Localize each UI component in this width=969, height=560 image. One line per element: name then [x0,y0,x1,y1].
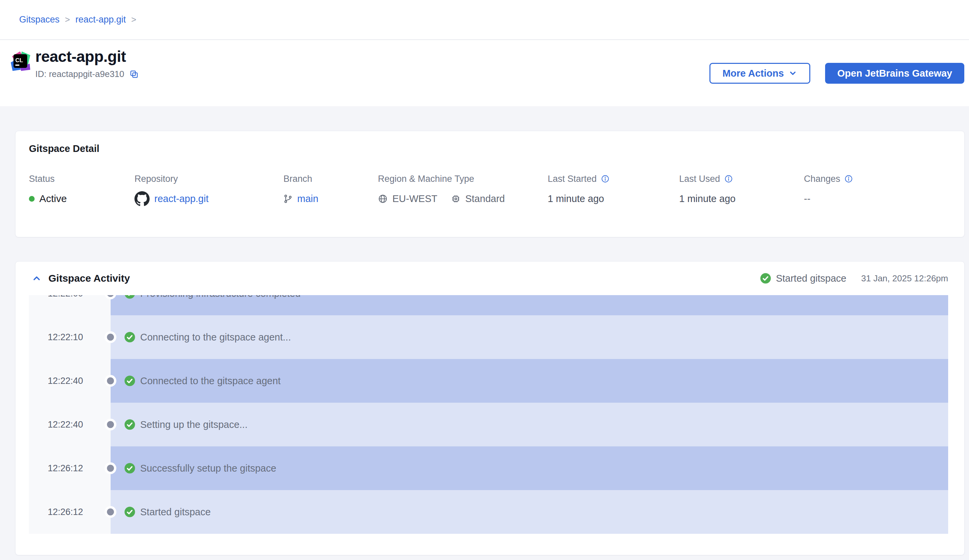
svg-text:CL: CL [15,57,23,63]
log-entry: Successfully setup the gitspace [111,446,948,490]
check-circle-icon [124,506,135,518]
open-jetbrains-gateway-button[interactable]: Open JetBrains Gateway [825,63,964,84]
changes-label: Changes [804,174,840,184]
detail-card-title: Gitspace Detail [29,143,951,154]
log-timestamp: 12:22:10 [29,315,111,359]
log-message: Successfully setup the gitspace [140,463,276,474]
gitspace-activity-card: Gitspace Activity Started gitspace 31 Ja… [15,261,965,555]
check-circle-icon [124,375,135,387]
activity-log-row: 12:26:12 Successfully setup the gitspace [29,446,948,490]
clion-logo-icon: CL [11,52,30,71]
globe-icon [378,194,388,204]
status-label: Status [29,174,55,184]
detail-col-changes: Changes -- [804,173,951,207]
gitspace-detail-card: Gitspace Detail Status Active Repository… [15,131,965,237]
activity-status-badge: Started gitspace [760,273,847,284]
github-icon [135,191,150,206]
timeline-dot-icon [107,508,114,516]
activity-log-rows: 12:22:00 Provisioning infrastructure com… [29,295,948,534]
git-branch-icon [283,194,293,203]
machine-chip-icon [451,194,461,204]
log-entry: Connected to the gitspace agent [111,359,948,403]
chevron-up-icon [32,273,42,283]
region-machine-label: Region & Machine Type [378,174,474,184]
gitspace-detail-page: Gitspaces > react-app.git > CL react-app… [0,0,969,560]
breadcrumb-link-react-app-git[interactable]: react-app.git [75,15,126,25]
breadcrumb-separator-icon: > [65,15,70,25]
detail-col-last-started: Last Started 1 minute ago [548,173,679,207]
detail-col-last-used: Last Used 1 minute ago [679,173,804,207]
log-timestamp: 12:22:00 [29,295,111,315]
page-header: CL react-app.git ID: reactappgit-a9e310 … [0,40,969,106]
check-circle-icon [760,273,771,284]
status-value: Active [39,193,67,204]
breadcrumb-separator-icon: > [131,15,136,25]
log-timestamp: 12:26:12 [29,490,111,534]
gitspace-id: ID: reactappgit-a9e310 [35,69,125,79]
check-circle-icon [124,462,135,474]
activity-title: Gitspace Activity [48,273,130,284]
detail-col-branch: Branch main [283,173,378,207]
check-circle-icon [124,331,135,343]
detail-col-repository: Repository react-app.git [135,173,283,207]
log-timestamp: 12:22:40 [29,403,111,446]
info-icon[interactable] [601,174,609,183]
activity-date: 31 Jan, 2025 12:26pm [861,273,948,284]
activity-log-row: 12:26:12 Started gitspace [29,490,948,534]
timeline-dot-icon [107,377,114,384]
check-circle-icon [124,295,135,299]
page-title: react-app.git [35,47,139,66]
log-message: Started gitspace [140,507,211,518]
changes-value: -- [804,193,810,204]
detail-col-status: Status Active [29,173,135,207]
title-block: react-app.git ID: reactappgit-a9e310 [35,47,139,79]
breadcrumb-link-gitspaces[interactable]: Gitspaces [19,15,60,25]
log-message: Setting up the gitspace... [140,419,248,430]
log-message: Connected to the gitspace agent [140,376,281,387]
collapse-activity-button[interactable] [29,271,44,286]
log-entry: Connecting to the gitspace agent... [111,315,948,359]
log-message: Connecting to the gitspace agent... [140,332,291,343]
status-active-dot-icon [29,196,35,202]
log-entry: Setting up the gitspace... [111,403,948,446]
log-entry: Started gitspace [111,490,948,534]
repository-link[interactable]: react-app.git [154,193,208,204]
breadcrumb: Gitspaces > react-app.git > [0,0,969,40]
timeline-dot-icon [107,465,114,472]
timeline-dot-icon [107,334,114,341]
activity-log-row: 12:22:40 Setting up the gitspace... [29,403,948,446]
machine-type-value: Standard [465,193,505,204]
activity-header: Gitspace Activity Started gitspace 31 Ja… [15,261,964,295]
log-entry: Provisioning infrastructure completed [111,295,948,315]
activity-status-area: Started gitspace 31 Jan, 2025 12:26pm [760,273,948,284]
activity-log-row: 12:22:00 Provisioning infrastructure com… [29,295,948,315]
repository-label: Repository [135,174,178,184]
activity-status-text: Started gitspace [776,273,847,284]
last-started-value: 1 minute ago [548,193,604,204]
more-actions-label: More Actions [723,68,784,79]
region-value: EU-WEST [392,193,438,204]
copy-id-icon[interactable] [129,69,139,79]
branch-link[interactable]: main [297,193,318,204]
info-icon[interactable] [724,174,733,183]
check-circle-icon [124,419,135,430]
detail-col-region-machine: Region & Machine Type EU-WEST [378,173,548,207]
last-used-label: Last Used [679,174,720,184]
last-used-value: 1 minute ago [679,193,736,204]
log-timestamp: 12:22:40 [29,359,111,403]
detail-grid: Status Active Repository react-app.git B… [29,173,951,207]
activity-log-row: 12:22:10 Connecting to the gitspace agen… [29,315,948,359]
info-icon[interactable] [844,174,853,183]
more-actions-button[interactable]: More Actions [709,63,811,84]
last-started-label: Last Started [548,174,597,184]
chevron-down-icon [788,69,797,78]
activity-log-row: 12:22:40 Connected to the gitspace agent [29,359,948,403]
branch-label: Branch [283,174,312,184]
timeline-dot-icon [107,421,114,428]
log-message: Provisioning infrastructure completed [140,295,301,299]
log-timestamp: 12:26:12 [29,446,111,490]
activity-log[interactable]: 12:22:00 Provisioning infrastructure com… [29,295,948,534]
header-actions: More Actions Open JetBrains Gateway [709,63,964,84]
